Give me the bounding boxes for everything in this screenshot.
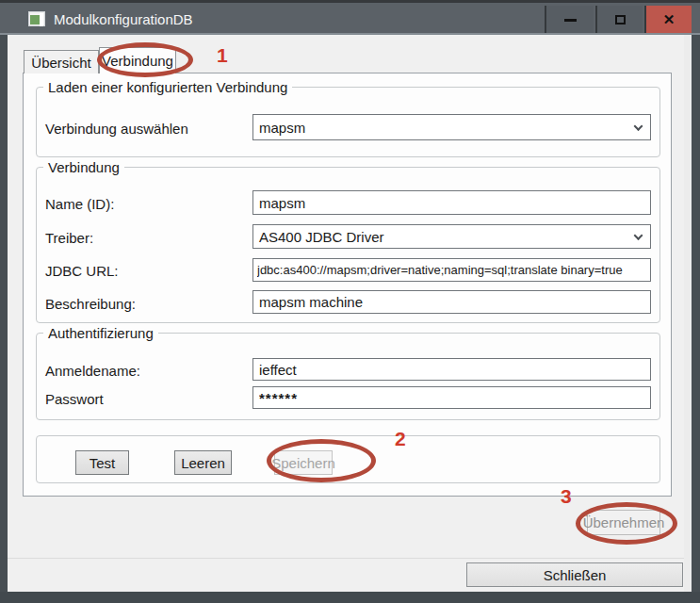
frame-right-inner: [684, 35, 692, 592]
maximize-button[interactable]: [595, 6, 643, 34]
annotation-ellipse-2: [267, 439, 376, 482]
connection-select-dropdown[interactable]: mapsm: [252, 114, 651, 140]
title-bar: ModulkonfigurationDB ✕: [0, 0, 700, 33]
driver-dropdown[interactable]: AS400 JDBC Driver: [252, 224, 651, 249]
annotation-number-2: 2: [395, 428, 406, 450]
titlebar-divider: [0, 33, 700, 35]
close-dialog-button[interactable]: Schließen: [466, 562, 683, 587]
password-input[interactable]: [252, 386, 651, 409]
connection-select-value: mapsm: [259, 120, 305, 136]
app-icon-inner: [30, 15, 40, 24]
minimize-button[interactable]: [545, 6, 594, 34]
clear-button[interactable]: Leeren: [174, 450, 232, 475]
driver-value: AS400 JDBC Driver: [259, 229, 384, 245]
description-input[interactable]: [252, 290, 651, 314]
chevron-down-icon: [634, 122, 643, 131]
minimize-icon: [564, 19, 577, 22]
chevron-down-icon: [634, 231, 643, 240]
annotation-number-1: 1: [217, 44, 228, 67]
annotation-ellipse-1: [97, 42, 193, 77]
description-label: Beschreibung:: [45, 295, 136, 313]
select-connection-label: Verbindung auswählen: [45, 120, 188, 138]
password-label: Passwort: [45, 390, 104, 408]
frame-left: [0, 35, 8, 592]
group-load-connection-title: Laden einer konfigurierten Verbindung: [43, 79, 292, 95]
group-connection-title: Verbindung: [43, 159, 124, 175]
app-icon-stripe: [40, 13, 43, 26]
annotation-number-3: 3: [561, 485, 572, 508]
frame-right: [692, 35, 700, 592]
clear-button-label: Leeren: [181, 455, 225, 471]
name-id-input[interactable]: [252, 190, 651, 215]
window-title: ModulkonfigurationDB: [54, 3, 193, 36]
app-icon: [28, 11, 45, 26]
close-icon: ✕: [663, 11, 676, 28]
username-input[interactable]: [252, 358, 651, 381]
annotation-ellipse-3: [576, 502, 677, 545]
close-button[interactable]: ✕: [644, 6, 692, 34]
username-label: Anmeldename:: [45, 362, 140, 380]
tab-uebersicht[interactable]: Übersicht: [24, 50, 99, 73]
maximize-icon: [615, 15, 626, 24]
dialog-window: ModulkonfigurationDB ✕ Übersicht Verbind…: [0, 0, 700, 603]
jdbc-url-input[interactable]: [252, 258, 651, 282]
driver-label: Treiber:: [45, 229, 93, 247]
test-button-label: Test: [90, 455, 116, 471]
tab-uebersicht-label: Übersicht: [31, 55, 90, 71]
frame-bottom: [0, 592, 700, 603]
group-authentication-title: Authentifizierung: [43, 325, 158, 341]
bottom-divider: [8, 558, 684, 559]
close-dialog-button-label: Schließen: [544, 567, 607, 583]
jdbc-url-label: JDBC URL:: [45, 262, 119, 280]
name-id-label: Name (ID):: [45, 195, 114, 213]
test-button[interactable]: Test: [75, 450, 129, 475]
